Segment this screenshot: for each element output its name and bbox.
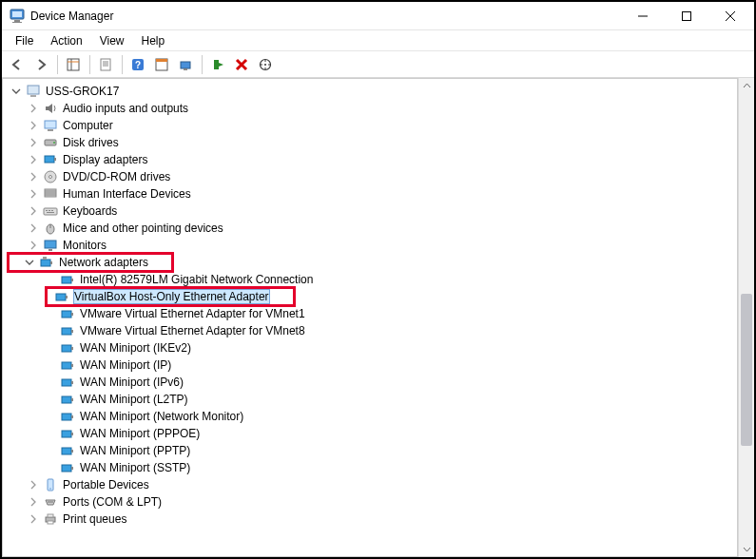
network-adapter-icon bbox=[60, 443, 75, 458]
help-button[interactable]: ? bbox=[126, 53, 149, 76]
svg-rect-68 bbox=[62, 414, 71, 420]
tree-category-portable[interactable]: Portable Devices bbox=[5, 476, 737, 493]
toolbar-separator bbox=[122, 55, 123, 74]
svg-rect-55 bbox=[66, 296, 68, 299]
tree-device-wan-ikev2[interactable]: WAN Miniport (IKEv2) bbox=[5, 339, 737, 357]
scan-hardware-button[interactable] bbox=[254, 53, 277, 76]
menu-file[interactable]: File bbox=[8, 32, 41, 49]
menu-help[interactable]: Help bbox=[134, 32, 173, 49]
window-title: Device Manager bbox=[30, 10, 113, 23]
svg-rect-27 bbox=[30, 95, 36, 97]
svg-rect-66 bbox=[62, 396, 71, 403]
menu-action[interactable]: Action bbox=[43, 32, 89, 49]
svg-rect-21 bbox=[214, 60, 219, 69]
network-adapter-icon bbox=[60, 426, 75, 441]
device-label: WAN Miniport (IKEv2) bbox=[79, 341, 192, 355]
svg-rect-70 bbox=[62, 431, 71, 437]
svg-point-78 bbox=[48, 501, 48, 502]
scroll-down-button[interactable] bbox=[739, 541, 754, 557]
toolbar-separator bbox=[57, 55, 58, 74]
root-label: USS-GROK17 bbox=[45, 85, 120, 98]
chevron-right-icon[interactable] bbox=[28, 222, 39, 234]
vertical-scrollbar[interactable] bbox=[738, 78, 754, 557]
close-button[interactable] bbox=[708, 3, 752, 29]
svg-rect-64 bbox=[62, 379, 71, 386]
show-hide-tree-button[interactable] bbox=[62, 53, 85, 76]
tree-device-wan-sstp[interactable]: WAN Miniport (SSTP) bbox=[5, 459, 737, 476]
device-tree[interactable]: USS-GROK17 Audio inputs and outputs Comp… bbox=[2, 78, 738, 557]
chevron-right-icon[interactable] bbox=[28, 496, 39, 508]
scrollbar-track[interactable] bbox=[739, 94, 754, 541]
tree-category-mice[interactable]: Mice and other pointing devices bbox=[5, 220, 737, 237]
tree-category-printq[interactable]: Print queues bbox=[5, 511, 737, 528]
chevron-right-icon[interactable] bbox=[28, 103, 39, 114]
toolbar-separator bbox=[89, 55, 90, 74]
tree-device-wan-ip[interactable]: WAN Miniport (IP) bbox=[5, 357, 737, 374]
tree-category-network[interactable]: Network adapters bbox=[9, 254, 172, 271]
category-label: Audio inputs and outputs bbox=[62, 102, 189, 115]
chevron-down-icon[interactable] bbox=[10, 86, 22, 97]
svg-rect-40 bbox=[44, 208, 57, 215]
tree-device-virtualbox[interactable]: VirtualBox Host-Only Ethernet Adapter bbox=[47, 288, 294, 305]
toolbar: ? bbox=[2, 51, 754, 78]
tree-category-display[interactable]: Display adapters bbox=[5, 151, 737, 168]
tree-category-computer[interactable]: Computer bbox=[5, 117, 737, 134]
chevron-right-icon[interactable] bbox=[28, 479, 39, 491]
tree-device-wan-ipv6[interactable]: WAN Miniport (IPv6) bbox=[5, 374, 737, 391]
network-adapter-icon bbox=[60, 272, 75, 287]
tree-category-monitors[interactable]: Monitors bbox=[5, 237, 737, 254]
chevron-right-icon[interactable] bbox=[28, 205, 39, 217]
scroll-up-button[interactable] bbox=[739, 78, 754, 94]
category-label: Keyboards bbox=[62, 204, 118, 218]
tree-category-ports[interactable]: Ports (COM & LPT) bbox=[5, 493, 737, 511]
action-button[interactable] bbox=[150, 53, 173, 76]
chevron-right-icon[interactable] bbox=[28, 240, 39, 251]
display-adapter-icon bbox=[43, 152, 58, 167]
device-label: VMware Virtual Ethernet Adapter for VMne… bbox=[79, 324, 306, 337]
device-label: VMware Virtual Ethernet Adapter for VMne… bbox=[79, 307, 306, 320]
tree-category-hid[interactable]: Human Interface Devices bbox=[5, 185, 737, 202]
tree-device-vmnet1[interactable]: VMware Virtual Ethernet Adapter for VMne… bbox=[5, 305, 737, 322]
tree-device-wan-pppoe[interactable]: WAN Miniport (PPPOE) bbox=[5, 425, 737, 442]
tree-device-intel[interactable]: Intel(R) 82579LM Gigabit Network Connect… bbox=[5, 271, 737, 288]
tree-category-audio[interactable]: Audio inputs and outputs bbox=[5, 100, 737, 117]
svg-rect-5 bbox=[683, 11, 691, 20]
device-label: WAN Miniport (PPTP) bbox=[79, 444, 191, 457]
tree-root[interactable]: USS-GROK17 bbox=[5, 83, 737, 100]
update-driver-button[interactable] bbox=[174, 53, 197, 76]
network-adapter-icon bbox=[60, 409, 75, 424]
app-icon bbox=[10, 9, 25, 24]
svg-rect-8 bbox=[68, 59, 79, 70]
chevron-down-icon[interactable] bbox=[24, 257, 35, 268]
uninstall-device-button[interactable] bbox=[230, 53, 253, 76]
svg-rect-47 bbox=[45, 241, 56, 248]
svg-rect-61 bbox=[71, 347, 73, 350]
chevron-right-icon[interactable] bbox=[28, 120, 39, 131]
tree-device-wan-l2tp[interactable]: WAN Miniport (L2TP) bbox=[5, 391, 737, 408]
tree-category-keyboards[interactable]: Keyboards bbox=[5, 202, 737, 220]
menu-view[interactable]: View bbox=[92, 32, 132, 49]
chevron-right-icon[interactable] bbox=[28, 171, 39, 183]
tree-device-wan-netmon[interactable]: WAN Miniport (Network Monitor) bbox=[5, 408, 737, 425]
tree-device-wan-pptp[interactable]: WAN Miniport (PPTP) bbox=[5, 442, 737, 459]
scrollbar-thumb[interactable] bbox=[741, 294, 752, 446]
tree-category-disk[interactable]: Disk drives bbox=[5, 134, 737, 151]
chevron-right-icon[interactable] bbox=[28, 513, 39, 525]
minimize-button[interactable] bbox=[621, 3, 665, 29]
device-label: WAN Miniport (Network Monitor) bbox=[79, 410, 244, 423]
device-label: Intel(R) 82579LM Gigabit Network Connect… bbox=[79, 273, 314, 286]
tree-device-vmnet8[interactable]: VMware Virtual Ethernet Adapter for VMne… bbox=[5, 322, 737, 339]
keyboard-icon bbox=[43, 203, 58, 219]
back-button[interactable] bbox=[6, 53, 29, 76]
enable-device-button[interactable] bbox=[206, 53, 229, 76]
tree-category-dvd[interactable]: DVD/CD-ROM drives bbox=[5, 168, 737, 185]
forward-button[interactable] bbox=[29, 53, 52, 76]
chevron-right-icon[interactable] bbox=[28, 137, 39, 148]
chevron-right-icon[interactable] bbox=[28, 154, 39, 165]
category-label: Computer bbox=[62, 119, 114, 132]
maximize-button[interactable] bbox=[665, 3, 708, 29]
svg-rect-83 bbox=[48, 521, 53, 524]
chevron-right-icon[interactable] bbox=[28, 188, 39, 200]
properties-button[interactable] bbox=[94, 53, 117, 76]
svg-rect-54 bbox=[56, 294, 66, 300]
